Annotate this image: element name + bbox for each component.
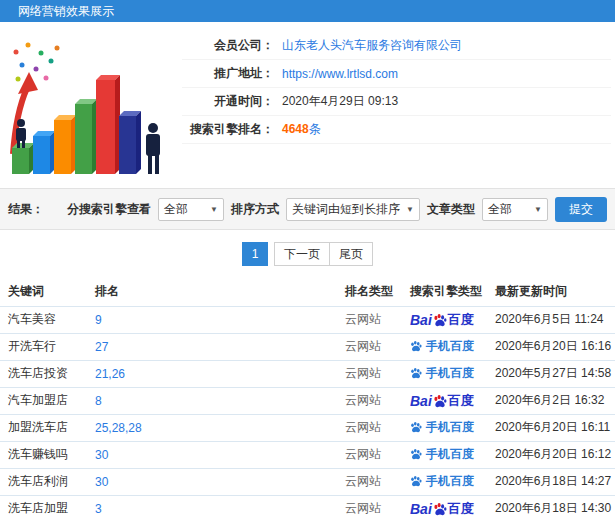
mobile-baidu-paw-icon	[410, 475, 422, 487]
keyword-cell: 加盟洗车店	[0, 414, 87, 441]
update-time-cell: 2020年6月18日 14:30	[487, 495, 615, 520]
open-time-value: 2020年4月29日 09:13	[282, 93, 398, 110]
update-time-cell: 2020年6月2日 16:32	[487, 387, 615, 414]
mobile-baidu-paw-icon	[410, 367, 422, 379]
company-link[interactable]: 山东老人头汽车服务咨询有限公司	[282, 37, 462, 54]
page-current[interactable]: 1	[242, 242, 268, 266]
table-row: 开洗车行 27 云网站 Bai 百度	[0, 333, 615, 360]
sort-select-value: 关键词由短到长排序	[292, 201, 400, 218]
info-row-open-time: 开通时间： 2020年4月29日 09:13	[182, 88, 611, 116]
rank-type-cell: 云网站	[337, 333, 402, 360]
rank-type-cell: 云网站	[337, 495, 402, 520]
chevron-down-icon: ▼	[534, 205, 542, 214]
promo-url-link[interactable]: https://www.lrtlsd.com	[282, 67, 398, 81]
baidu-paw-icon	[433, 502, 447, 516]
info-row-url: 推广地址： https://www.lrtlsd.com	[182, 60, 611, 88]
update-time-cell: 2020年5月27日 14:58	[487, 360, 615, 387]
info-row-company: 会员公司： 山东老人头汽车服务咨询有限公司	[182, 32, 611, 60]
type-select[interactable]: 全部 ▼	[482, 198, 548, 221]
open-time-label: 开通时间：	[182, 93, 274, 110]
engine-cell: Bai 百度 手机百度	[402, 441, 487, 468]
keyword-cell: 洗车赚钱吗	[0, 441, 87, 468]
update-time-cell: 2020年6月20日 16:12	[487, 441, 615, 468]
results-table: 关键词 排名 排名类型 搜索引擎类型 最新更新时间 汽车美容 9 云网站 Bai…	[0, 278, 615, 520]
results-table-body: 汽车美容 9 云网站 Bai 百度	[0, 306, 615, 520]
submit-button[interactable]: 提交	[555, 197, 607, 222]
table-header-row: 关键词 排名 排名类型 搜索引擎类型 最新更新时间	[0, 278, 615, 306]
engine-select[interactable]: 全部 ▼	[158, 198, 224, 221]
summary-section: 会员公司： 山东老人头汽车服务咨询有限公司 推广地址： https://www.…	[0, 22, 615, 188]
rank-count-label: 搜索引擎排名：	[182, 121, 274, 138]
header-engine-type: 搜索引擎类型	[402, 278, 487, 306]
mobile-baidu-logo: 手机百度	[410, 365, 474, 382]
mobile-baidu-logo: 手机百度	[410, 473, 474, 490]
table-row: 洗车店投资 21,26 云网站 Bai 百度	[0, 360, 615, 387]
baidu-logo: Bai 百度	[410, 311, 474, 329]
keyword-cell: 洗车店利润	[0, 468, 87, 495]
mobile-baidu-paw-icon	[410, 448, 422, 460]
last-page-button[interactable]: 尾页	[329, 242, 373, 266]
mobile-baidu-logo: 手机百度	[410, 338, 474, 355]
rank-link[interactable]: 30	[95, 448, 108, 462]
engine-cell: Bai 百度 手机百度	[402, 468, 487, 495]
next-page-button[interactable]: 下一页	[274, 242, 330, 266]
member-info: 会员公司： 山东老人头汽车服务咨询有限公司 推广地址： https://www.…	[182, 22, 615, 188]
header-rank: 排名	[87, 278, 337, 306]
rank-type-cell: 云网站	[337, 360, 402, 387]
page-title: 网络营销效果展示	[0, 0, 615, 22]
chevron-down-icon: ▼	[210, 205, 218, 214]
update-time-cell: 2020年6月20日 16:11	[487, 414, 615, 441]
baidu-paw-icon	[433, 394, 447, 408]
bar-chart-illustration	[0, 22, 182, 188]
sort-select[interactable]: 关键词由短到长排序 ▼	[286, 198, 420, 221]
rank-link[interactable]: 9	[95, 313, 102, 327]
engine-filter-label: 分搜索引擎查看	[67, 201, 151, 218]
rank-count-suffix: 条	[309, 122, 321, 136]
engine-cell: Bai 百度 手机百度	[402, 333, 487, 360]
scatter-dots	[14, 43, 60, 82]
mobile-baidu-paw-icon	[410, 421, 422, 433]
rank-type-cell: 云网站	[337, 468, 402, 495]
mobile-baidu-logo: 手机百度	[410, 446, 474, 463]
mobile-baidu-logo: 手机百度	[410, 419, 474, 436]
baidu-logo: Bai 百度	[410, 500, 474, 518]
engine-cell: Bai 百度 手机百度	[402, 495, 487, 520]
promo-url-label: 推广地址：	[182, 65, 274, 82]
rank-link[interactable]: 30	[95, 475, 108, 489]
rank-link[interactable]: 3	[95, 502, 102, 516]
table-row: 汽车美容 9 云网站 Bai 百度	[0, 306, 615, 333]
update-time-cell: 2020年6月5日 11:24	[487, 306, 615, 333]
type-filter-label: 文章类型	[427, 201, 475, 218]
header-keyword: 关键词	[0, 278, 87, 306]
keyword-cell: 洗车店加盟	[0, 495, 87, 520]
update-time-cell: 2020年6月18日 14:27	[487, 468, 615, 495]
company-label: 会员公司：	[182, 37, 274, 54]
info-row-rank-count: 搜索引擎排名： 4648条	[182, 116, 611, 144]
baidu-paw-icon	[433, 313, 447, 327]
table-row: 汽车加盟店 8 云网站 Bai 百度	[0, 387, 615, 414]
rank-link[interactable]: 8	[95, 394, 102, 408]
table-row: 洗车赚钱吗 30 云网站 Bai 百度	[0, 441, 615, 468]
rank-link[interactable]: 21,26	[95, 367, 125, 381]
table-row: 洗车店利润 30 云网站 Bai 百度	[0, 468, 615, 495]
keyword-cell: 洗车店投资	[0, 360, 87, 387]
table-row: 加盟洗车店 25,28,28 云网站 Bai 百度	[0, 414, 615, 441]
keyword-cell: 开洗车行	[0, 333, 87, 360]
result-label: 结果：	[8, 201, 44, 218]
rank-link[interactable]: 25,28,28	[95, 421, 142, 435]
engine-cell: Bai 百度 手机百度	[402, 414, 487, 441]
type-select-value: 全部	[488, 201, 512, 218]
person-right-icon	[146, 123, 160, 174]
pagination: 1 下一页 尾页	[0, 242, 615, 266]
engine-cell: Bai 百度 手机百度	[402, 360, 487, 387]
sort-filter-label: 排序方式	[231, 201, 279, 218]
table-row: 洗车店加盟 3 云网站 Bai 百度	[0, 495, 615, 520]
chevron-down-icon: ▼	[406, 205, 414, 214]
engine-cell: Bai 百度 手机百度	[402, 387, 487, 414]
rank-type-cell: 云网站	[337, 387, 402, 414]
header-update-time: 最新更新时间	[487, 278, 615, 306]
header-rank-type: 排名类型	[337, 278, 402, 306]
rank-link[interactable]: 27	[95, 340, 108, 354]
engine-select-value: 全部	[164, 201, 188, 218]
filter-bar: 结果： 分搜索引擎查看 全部 ▼ 排序方式 关键词由短到长排序 ▼ 文章类型 全…	[0, 188, 615, 230]
